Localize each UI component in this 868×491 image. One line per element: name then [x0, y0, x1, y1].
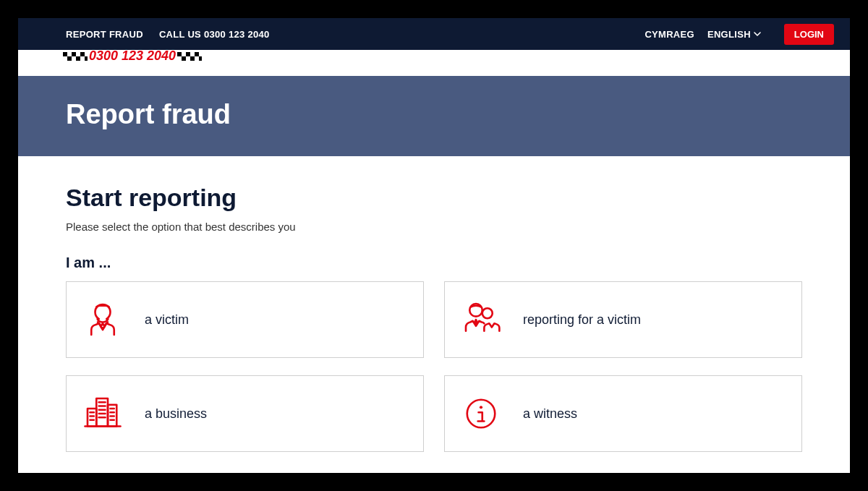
window-frame: REPORT FRAUD CALL US 0300 123 2040 CYMRA… — [0, 0, 868, 491]
svg-point-1 — [482, 308, 493, 318]
card-business[interactable]: a business — [66, 375, 424, 452]
svg-point-19 — [480, 406, 482, 409]
svg-rect-3 — [88, 409, 96, 427]
card-witness[interactable]: a witness — [444, 375, 802, 452]
i-am-label: I am ... — [66, 255, 802, 271]
lang-english-label: ENGLISH — [707, 29, 751, 40]
option-cards: a victim reporting for a — [66, 281, 802, 452]
page: REPORT FRAUD CALL US 0300 123 2040 CYMRA… — [18, 18, 850, 473]
brand-strip: 0300 123 2040 — [18, 50, 850, 76]
section-heading: Start reporting — [66, 184, 802, 212]
nav-call-us-link[interactable]: CALL US 0300 123 2040 — [159, 29, 270, 40]
svg-point-18 — [467, 400, 495, 428]
checker-pattern-left — [63, 52, 88, 61]
language-switcher: CYMRAEG ENGLISH LOGIN — [644, 24, 834, 45]
login-button[interactable]: LOGIN — [784, 24, 834, 45]
card-victim-label: a victim — [145, 312, 189, 328]
card-victim[interactable]: a victim — [66, 281, 424, 358]
building-icon — [82, 393, 123, 434]
card-reporting-for-victim-label: reporting for a victim — [523, 312, 641, 328]
card-business-label: a business — [145, 406, 207, 422]
topbar-left: REPORT FRAUD CALL US 0300 123 2040 — [66, 29, 270, 40]
hero-banner: Report fraud — [18, 76, 850, 156]
lang-english-dropdown[interactable]: ENGLISH — [707, 29, 761, 40]
card-reporting-for-victim[interactable]: reporting for a victim — [444, 281, 802, 358]
info-icon — [461, 393, 501, 434]
brand-logo: 0300 123 2040 — [63, 48, 202, 64]
nav-report-fraud-link[interactable]: REPORT FRAUD — [66, 29, 143, 40]
person-icon — [82, 299, 123, 340]
lang-cymraeg-link[interactable]: CYMRAEG — [644, 29, 694, 40]
main-content: Start reporting Please select the option… — [18, 156, 850, 466]
brand-phone-number: 0300 123 2040 — [88, 48, 177, 64]
chevron-down-icon — [754, 30, 761, 38]
card-witness-label: a witness — [523, 406, 577, 422]
topbar: REPORT FRAUD CALL US 0300 123 2040 CYMRA… — [18, 18, 850, 50]
checker-pattern-right — [177, 52, 202, 61]
section-subtitle: Please select the option that best descr… — [66, 221, 802, 233]
people-icon — [461, 299, 501, 340]
page-title: Report fraud — [66, 99, 802, 130]
